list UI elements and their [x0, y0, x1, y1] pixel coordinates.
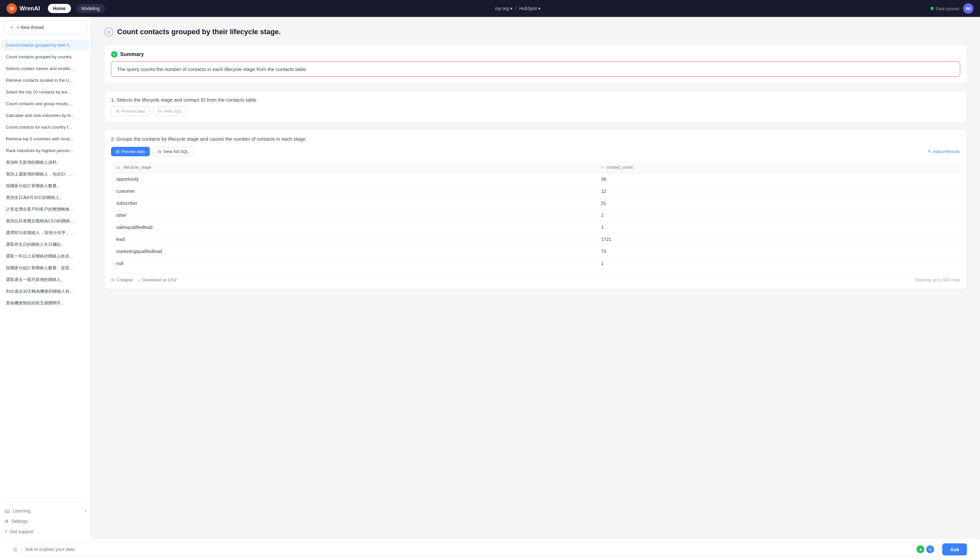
- showing-text: Showing up to 500 rows: [915, 277, 960, 282]
- sidebar-list-item[interactable]: 按國家分組計算聯絡人數量，並按... ⋯: [2, 262, 89, 273]
- step1-preview-button[interactable]: ⊞ Prevew data: [111, 107, 150, 116]
- org-selector[interactable]: my org ▾: [495, 6, 512, 11]
- datasource-selector[interactable]: HubSpot ▾: [519, 6, 540, 11]
- table-small-icon: ⊞: [13, 546, 17, 553]
- ask-button[interactable]: Ask: [942, 543, 967, 555]
- chevron-right-icon: ›: [85, 508, 86, 513]
- sidebar-item-text: Calculate and rank industries by hi...: [6, 113, 78, 118]
- lifecycle-stage-cell: lead: [111, 233, 596, 245]
- sidebar-item-text: 計算從潛在客戶到客戶的整體轉換...: [6, 207, 78, 212]
- sidebar-list-item[interactable]: Retrieve contacts located in the U... ⋯: [2, 75, 89, 86]
- sidebar-list-item[interactable]: Count contacts grouped by country. ⋯: [2, 51, 89, 63]
- magic-icon[interactable]: G: [926, 545, 934, 553]
- sidebar: ＋ + New thread Count contacts grouped by…: [0, 17, 91, 538]
- contact-count-cell: 36: [596, 173, 960, 185]
- sidebar-list-item[interactable]: Count contacts grouped by their li... ⋯: [2, 39, 89, 51]
- sidebar-item-settings[interactable]: ⚙ Settings: [2, 516, 89, 527]
- ask-input-wrapper[interactable]: ● G: [21, 542, 938, 556]
- sidebar-list: Count contacts grouped by their li... ⋯ …: [0, 38, 91, 499]
- sidebar-list-item[interactable]: 查詢位於美國且職稱為CEO的聯絡... ⋯: [2, 215, 89, 227]
- logo[interactable]: W WrenAI: [7, 3, 40, 14]
- sidebar-item-text: 查詢生日為9月30日的聯絡人。: [6, 195, 78, 200]
- lifecycle-stage-cell: opportunity: [111, 173, 596, 185]
- table-row: subscriber 51: [111, 197, 960, 209]
- gear-icon: ⚙: [5, 518, 9, 524]
- sidebar-list-item[interactable]: 列出過去30天轉為機會的聯絡人姓... ⋯: [2, 285, 89, 297]
- table-row: opportunity 36: [111, 173, 960, 185]
- sidebar-list-item[interactable]: 選擇前10名聯絡人，按得分排序，... ⋯: [2, 227, 89, 238]
- step1-actions: ⊞ Prevew data fx View SQL: [111, 107, 960, 116]
- lifecycle-stage-cell: customer: [111, 185, 596, 197]
- home-nav-button[interactable]: Home: [48, 4, 71, 13]
- sidebar-item-text: Count contacts grouped by their li...: [6, 43, 78, 48]
- sidebar-item-support[interactable]: ? Get support: [2, 527, 89, 537]
- sidebar-list-item[interactable]: Retrieve top 5 countries with most... ⋯: [2, 133, 89, 145]
- sidebar-item-text: Retrieve top 5 countries with most...: [6, 137, 78, 141]
- new-thread-label: + New thread: [17, 25, 44, 30]
- sidebar-item-text: 按國家分組計算聯絡人數量。: [6, 183, 78, 189]
- sidebar-list-item[interactable]: Count contacts and group results ... ⋯: [2, 98, 89, 109]
- sidebar-item-text: Count contacts for each country f...: [6, 125, 78, 130]
- sidebar-item-text: 查核機會階段的前五個開闊字...: [6, 300, 78, 306]
- sidebar-list-item[interactable]: 選取過去一個月新增的聯絡人。 ⋯: [2, 274, 89, 285]
- logo-text: WrenAI: [20, 5, 40, 12]
- step1-header: 1. Selects the lifecycle stage and conta…: [111, 97, 960, 103]
- sidebar-list-item[interactable]: 按國家分組計算聯絡人數量。 ⋯: [2, 180, 89, 192]
- step2-preview-label: Prevew data: [122, 149, 145, 154]
- ask-input-icons: ● G: [917, 545, 934, 553]
- sidebar-item-text: Rank industries by highest percen...: [6, 148, 78, 153]
- lifecycle-stage-cell: salesqualifiedlead: [111, 222, 596, 233]
- sidebar-item-text: 選擇前10名聯絡人，按得分排序，...: [6, 230, 78, 236]
- collapse-button[interactable]: ⊙ Collapse: [111, 277, 133, 282]
- table-icon: ⊞: [116, 109, 120, 113]
- sidebar-list-item[interactable]: 選取有生日的聯絡人生日欄位。 ⋯: [2, 238, 89, 250]
- step1-sql-label: View SQL: [163, 109, 182, 113]
- contact-count-cell: 2: [596, 209, 960, 222]
- sidebar-list-item[interactable]: Count contacts for each country f... ⋯: [2, 122, 89, 133]
- sidebar-list-item[interactable]: 查詢上週新增的聯絡人，包括ID、... ⋯: [2, 168, 89, 180]
- org-name: my org: [495, 6, 509, 11]
- ask-input[interactable]: [25, 547, 914, 552]
- contact-count-cell: 1721: [596, 233, 960, 245]
- fx-icon2: fx: [158, 149, 161, 154]
- table-row: customer 12: [111, 185, 960, 197]
- new-thread-button[interactable]: ＋ + New thread: [4, 21, 87, 34]
- adjust-results-button[interactable]: ✎ Adjust Results: [928, 149, 960, 154]
- step2-preview-button[interactable]: ⊞ Prevew data: [111, 147, 150, 156]
- sidebar-item-text: Count contacts grouped by country.: [6, 54, 78, 59]
- sidebar-item-text: 查詢位於美國且職稱為CEO的聯絡...: [6, 218, 78, 224]
- collapse-icon: ⊙: [111, 277, 115, 282]
- step1-sql-button[interactable]: fx View SQL: [153, 107, 187, 116]
- sidebar-list-item[interactable]: 計算從潛在客戶到客戶的整體轉換... ⋯: [2, 203, 89, 215]
- sidebar-item-text: 查詢昨天新增的聯絡人資料。: [6, 160, 78, 165]
- table-row: other 2: [111, 209, 960, 222]
- smile-icon: ☺: [107, 29, 111, 35]
- sidebar-list-item[interactable]: 選取一年以上未聯絡的聯絡人姓名... ⋯: [2, 250, 89, 262]
- datasource-chevron-icon: ▾: [538, 6, 540, 11]
- bottom-bar: ⊞ ● G Ask: [0, 538, 980, 560]
- sidebar-list-item[interactable]: 查核機會階段的前五個開闊字... ⋯: [2, 297, 89, 308]
- table-row: marketingqualifiedlead 73: [111, 245, 960, 258]
- sidebar-list-item[interactable]: 查詢昨天新增的聯絡人資料。 ⋯: [2, 157, 89, 168]
- sidebar-list-item[interactable]: Calculate and rank industries by hi... ⋯: [2, 110, 89, 121]
- sidebar-item-learning[interactable]: 📖 Learning ›: [2, 506, 89, 516]
- sidebar-list-item[interactable]: Rank industries by highest percen... ⋯: [2, 145, 89, 156]
- avatar[interactable]: WI: [963, 3, 973, 14]
- page-title: Count contacts grouped by their lifecycl…: [117, 28, 281, 36]
- main-layout: ＋ + New thread Count contacts grouped by…: [0, 17, 980, 538]
- mic-icon[interactable]: ●: [917, 545, 924, 553]
- download-button[interactable]: ↓ Download as CSV: [138, 277, 177, 282]
- sidebar-list-item[interactable]: 查詢生日為9月30日的聯絡人。 ⋯: [2, 192, 89, 203]
- step2-sql-button[interactable]: fx View full SQL: [153, 147, 193, 156]
- sidebar-list-item[interactable]: Select the top 10 contacts by lea... ⋯: [2, 86, 89, 98]
- org-chevron-icon: ▾: [510, 6, 512, 11]
- table-row: lead 1721: [111, 233, 960, 245]
- sidebar-list-item[interactable]: Selects contact names and emails... ⋯: [2, 63, 89, 74]
- contact-count-cell: 1: [596, 222, 960, 233]
- sidebar-item-text: 選取有生日的聯絡人生日欄位。: [6, 242, 78, 247]
- summary-label: Summary: [120, 52, 144, 57]
- modeling-nav-button[interactable]: Modeling: [76, 4, 105, 13]
- sidebar-item-text: 選取一年以上未聯絡的聯絡人姓名...: [6, 253, 78, 259]
- contact-count-cell: 51: [596, 197, 960, 209]
- table-icon2: ⊞: [116, 149, 120, 154]
